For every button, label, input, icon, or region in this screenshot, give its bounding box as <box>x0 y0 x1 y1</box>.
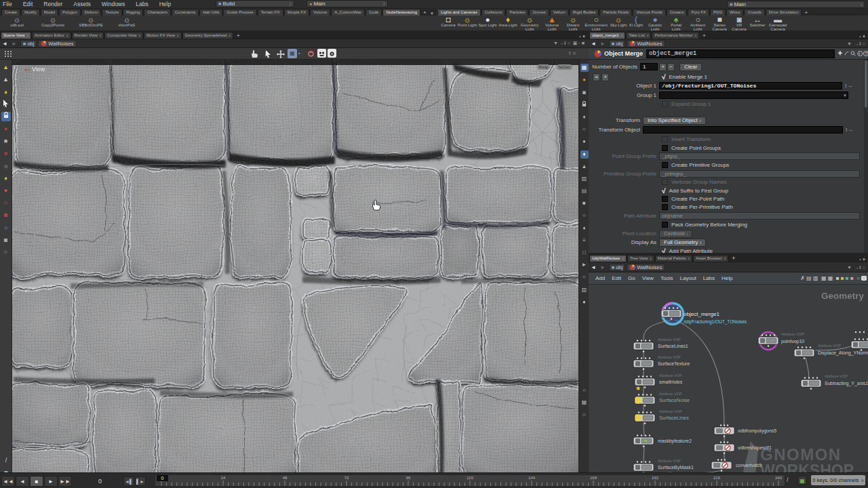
svg-text:SurfaceLines: SurfaceLines <box>659 415 689 421</box>
svg-text:Attribute VOP: Attribute VOP <box>818 344 841 348</box>
svg-text:?: ? <box>865 51 867 56</box>
svg-text:240: 240 <box>775 476 783 480</box>
svg-text:vdbfrompolygons5: vdbfrompolygons5 <box>738 428 776 434</box>
svg-text:WORKSHOP: WORKSHOP <box>760 462 854 472</box>
svg-text:!: ! <box>637 388 638 391</box>
svg-text:Attribute VOP: Attribute VOP <box>658 459 681 463</box>
svg-text:i: i <box>859 51 860 56</box>
svg-text:SurfaceByMask1: SurfaceByMask1 <box>658 465 694 470</box>
svg-text:Subtracting_Y_axis1: Subtracting_Y_axis1 <box>825 381 868 386</box>
svg-text:24: 24 <box>221 476 226 480</box>
svg-text:96: 96 <box>406 476 411 480</box>
svg-text:vdbreshapesdf1: vdbreshapesdf1 <box>738 445 772 451</box>
svg-text:/obj/Fracturing1/OUT_TONoises: /obj/Fracturing1/OUT_TONoises <box>684 319 747 325</box>
svg-text:convertvdb5: convertvdb5 <box>736 463 762 468</box>
svg-text:216: 216 <box>713 476 721 480</box>
svg-text:168: 168 <box>590 476 597 480</box>
svg-text:SurfaceNoise: SurfaceNoise <box>659 397 690 403</box>
svg-text:Attribute VOP: Attribute VOP <box>825 374 848 378</box>
svg-text:GNOMON: GNOMON <box>760 445 842 464</box>
svg-text:smallHoles: smallHoles <box>659 380 683 384</box>
svg-text:maskbyfeature2: maskbyfeature2 <box>658 439 692 444</box>
svg-text:144: 144 <box>528 476 536 480</box>
svg-text:pointvop10: pointvop10 <box>781 339 804 344</box>
svg-text:48: 48 <box>283 476 288 480</box>
svg-text:object_merge1: object_merge1 <box>684 311 719 317</box>
svg-text:Geometry: Geometry <box>821 291 865 301</box>
svg-text:Attribute VOP: Attribute VOP <box>658 355 681 359</box>
svg-text:SurfaceLines1: SurfaceLines1 <box>658 344 688 348</box>
svg-text:Attribute VOP: Attribute VOP <box>658 338 681 342</box>
svg-text:192: 192 <box>652 476 659 480</box>
svg-text:Attribute VOP: Attribute VOP <box>659 409 682 413</box>
svg-text:Attribute VOP: Attribute VOP <box>659 373 682 378</box>
svg-text:SurfaceTexture: SurfaceTexture <box>658 361 690 366</box>
svg-text:72: 72 <box>344 476 349 480</box>
svg-text:Attribute VOP: Attribute VOP <box>781 332 804 336</box>
svg-text:120: 120 <box>467 476 474 480</box>
svg-text:Attribute VOP: Attribute VOP <box>659 392 682 396</box>
svg-text:Displace_Along_YNormal: Displace_Along_YNormal <box>818 350 868 356</box>
